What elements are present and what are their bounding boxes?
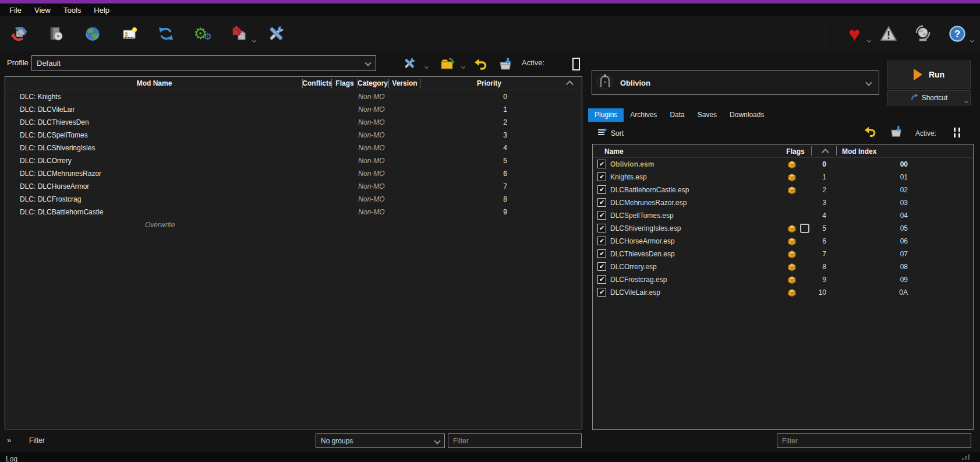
plugin-row[interactable]: ✔DLCMehrunesRazor.esp303 (593, 196, 973, 209)
tab-downloads[interactable]: Downloads (723, 108, 770, 122)
open-folder-icon[interactable] (440, 57, 455, 72)
tab-saves[interactable]: Saves (691, 108, 723, 122)
filter-label[interactable]: Filter (29, 436, 45, 445)
restore-backup-icon[interactable] (890, 125, 903, 138)
mod-list-header[interactable]: Mod Name Conflicts Flags Category Versio… (5, 77, 582, 90)
resize-grip[interactable] (962, 454, 970, 460)
menu-tools[interactable]: Tools (59, 6, 85, 15)
chevron-down-icon[interactable] (461, 65, 465, 69)
plugin-name: Knights.esp (610, 173, 647, 181)
col-flags[interactable]: Flags (335, 79, 353, 87)
mod-row[interactable]: DLC: DLCOrreryNon-MO5 (5, 154, 582, 167)
col-mod-name[interactable]: Mod Name (137, 79, 172, 87)
shortcut-button[interactable]: Shortcut (887, 90, 971, 105)
tools-wrench-icon[interactable] (267, 23, 285, 44)
mod-list-filter-input[interactable] (448, 436, 581, 446)
executable-select[interactable]: Oblivion (592, 70, 879, 95)
tab-data[interactable]: Data (663, 108, 691, 122)
chevron-down-icon[interactable] (867, 38, 871, 43)
settings-gears-icon[interactable]: ⚙ ⚙ (194, 23, 211, 44)
mod-row[interactable]: DLC: DLCSpellTomesNon-MO3 (5, 129, 582, 142)
undo-icon[interactable] (864, 125, 876, 138)
profile-card-icon[interactable] (121, 23, 138, 44)
plugin-checkbox[interactable]: ✔ (597, 211, 606, 220)
log-panel-label[interactable]: Log (6, 455, 17, 462)
toolbar-separator (826, 18, 826, 50)
menu-help[interactable]: Help (90, 6, 114, 15)
browse-web-icon[interactable] (84, 23, 101, 44)
col-category[interactable]: Category (358, 79, 388, 87)
plugin-row[interactable]: ✔Knights.esp101 (593, 171, 973, 184)
plugin-checkbox[interactable]: ✔ (597, 172, 606, 181)
groups-select[interactable]: No groups (316, 433, 445, 448)
col-conflicts[interactable]: Conflicts (302, 79, 332, 87)
endorse-globe-icon[interactable] (914, 23, 932, 44)
col-flags[interactable]: Flags (786, 147, 804, 156)
col-name[interactable]: Name (604, 147, 624, 156)
chevron-down-icon[interactable] (252, 38, 256, 43)
svg-text:?: ? (954, 29, 960, 40)
archive-book-icon[interactable] (47, 23, 65, 44)
plugin-row[interactable]: ✔DLCShiveringIsles.esp505 (593, 222, 973, 235)
mod-row[interactable]: DLC: DLCVileLairNon-MO1 (5, 103, 582, 116)
refresh-icon[interactable] (157, 23, 175, 44)
plugin-row[interactable]: ✔DLCThievesDen.esp707 (593, 248, 973, 260)
problems-warning-icon[interactable] (880, 23, 897, 44)
chevron-down-icon[interactable] (424, 65, 429, 69)
help-icon[interactable]: ? (949, 23, 966, 44)
col-version[interactable]: Version (392, 79, 417, 87)
support-heart-icon[interactable]: ♥ (845, 23, 863, 44)
plugin-name: DLCFrostcrag.esp (610, 276, 667, 284)
plugin-name: DLCThievesDen.esp (610, 250, 675, 258)
overwrite-row[interactable]: Overwrite (5, 218, 582, 231)
plugin-name: DLCOrrery.esp (610, 263, 657, 271)
plugin-list-header[interactable]: Name Flags Mod Index (593, 144, 973, 158)
mod-row[interactable]: DLC: KnightsNon-MO0 (5, 90, 582, 103)
restore-backup-icon[interactable] (498, 57, 512, 71)
tab-archives[interactable]: Archives (624, 108, 663, 122)
plugins-puzzle-icon[interactable] (231, 23, 248, 44)
plugin-checkbox[interactable]: ✔ (597, 262, 606, 271)
menu-file[interactable]: File (5, 6, 26, 15)
chevron-down-icon[interactable] (964, 99, 968, 103)
chevron-down-icon[interactable] (970, 38, 974, 43)
plugin-checkbox[interactable]: ✔ (597, 237, 606, 245)
right-panel-tabs: PluginsArchivesDataSavesDownloads (588, 108, 770, 122)
plugin-row[interactable]: ✔Oblivion.esm000 (593, 158, 973, 171)
sort-button[interactable]: Sort (597, 128, 624, 139)
mod-row[interactable]: DLC: DLCMehrunesRazorNon-MO6 (5, 167, 582, 180)
plugin-checkbox[interactable]: ✔ (597, 249, 606, 258)
col-priority[interactable]: Priority (477, 79, 501, 87)
plugin-row[interactable]: ✔DLCHorseArmor.esp606 (593, 235, 973, 248)
plugin-row[interactable]: ✔DLCBattlehornCastle.esp202 (593, 184, 973, 196)
plugin-row[interactable]: ✔DLCFrostcrag.esp909 (593, 273, 973, 286)
col-mod-index[interactable]: Mod Index (842, 147, 876, 156)
plugin-checkbox[interactable]: ✔ (597, 275, 606, 284)
mod-row[interactable]: DLC: DLCBattlehornCastleNon-MO9 (5, 206, 582, 218)
run-button[interactable]: Run (887, 61, 971, 89)
install-mod-icon[interactable] (10, 23, 28, 44)
tab-plugins[interactable]: Plugins (588, 108, 624, 122)
plugin-checkbox[interactable]: ✔ (597, 288, 606, 297)
menu-view[interactable]: View (30, 6, 55, 15)
mod-row[interactable]: DLC: DLCFrostcragNon-MO8 (5, 193, 582, 206)
check-icon: ✔ (599, 212, 604, 218)
configure-profiles-icon[interactable] (403, 57, 416, 70)
plugin-row[interactable]: ✔DLCSpellTomes.esp404 (593, 209, 973, 222)
plugin-row[interactable]: ✔DLCVileLair.esp100A (593, 286, 973, 299)
plugin-checkbox[interactable]: ✔ (597, 185, 606, 194)
mod-row[interactable]: DLC: DLCShiveringIslesNon-MO4 (5, 142, 582, 154)
undo-icon[interactable] (473, 57, 487, 71)
plugin-checkbox[interactable]: ✔ (597, 224, 606, 232)
mod-row[interactable]: DLC: DLCThievesDenNon-MO2 (5, 116, 582, 129)
plugin-filter-input[interactable] (777, 436, 971, 446)
mod-row[interactable]: DLC: DLCHorseArmorNon-MO7 (5, 180, 582, 193)
plugin-flags (787, 159, 797, 170)
profile-select[interactable]: Default (31, 55, 376, 71)
expand-filter-button[interactable]: » (7, 436, 11, 445)
plugin-priority: 10 (819, 288, 826, 297)
plugin-checkbox[interactable]: ✔ (597, 198, 606, 207)
check-icon: ✔ (599, 263, 604, 270)
plugin-checkbox[interactable]: ✔ (597, 160, 606, 168)
plugin-row[interactable]: ✔DLCOrrery.esp808 (593, 260, 973, 273)
